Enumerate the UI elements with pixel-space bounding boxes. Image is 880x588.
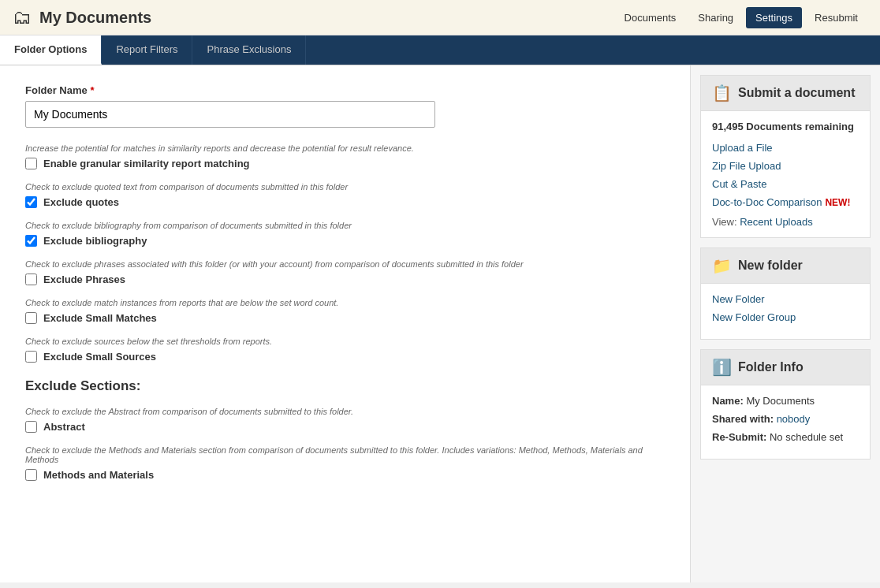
granular-section: Increase the potential for matches in si… bbox=[25, 143, 665, 169]
quotes-checkbox[interactable] bbox=[25, 196, 37, 208]
small-matches-label: Exclude Small Matches bbox=[43, 312, 157, 324]
resubmit-label: Re-Submit: bbox=[712, 431, 766, 443]
folder-name-label: Folder Name * bbox=[25, 84, 665, 96]
folder-info-panel: ℹ️ Folder Info Name: My Documents Shared… bbox=[700, 349, 871, 460]
folder-name-row: Name: My Documents bbox=[712, 395, 859, 407]
recent-uploads-link[interactable]: Recent Uploads bbox=[740, 216, 813, 228]
small-matches-section: Check to exclude match instances from re… bbox=[25, 298, 665, 324]
bibliography-row: Exclude bibliography bbox=[25, 235, 665, 247]
shared-label: Shared with: bbox=[712, 413, 774, 425]
new-folder-link[interactable]: New Folder bbox=[712, 293, 859, 305]
abstract-hint: Check to exclude the Abstract from compa… bbox=[25, 407, 665, 416]
small-matches-hint: Check to exclude match instances from re… bbox=[25, 298, 665, 307]
bibliography-checkbox[interactable] bbox=[25, 235, 37, 247]
quotes-hint: Check to exclude quoted text from compar… bbox=[25, 182, 665, 192]
quotes-label: Exclude quotes bbox=[43, 196, 119, 208]
cut-paste-link[interactable]: Cut & Paste bbox=[712, 178, 859, 190]
nav-resubmit[interactable]: Resubmit bbox=[805, 7, 867, 28]
main-content: Folder Name * Increase the potential for… bbox=[0, 65, 691, 582]
submit-panel: 📋 Submit a document 91,495 Documents rem… bbox=[700, 75, 871, 238]
small-sources-label: Exclude Small Sources bbox=[43, 351, 156, 363]
submit-panel-title: Submit a document bbox=[738, 86, 855, 100]
quotes-row: Exclude quotes bbox=[25, 196, 665, 208]
name-value: My Documents bbox=[746, 395, 815, 407]
upload-file-link[interactable]: Upload a File bbox=[712, 142, 859, 154]
folder-icon: 🗂 bbox=[13, 6, 32, 28]
doc-comparison-row: Doc-to-Doc ComparisonNEW! bbox=[712, 196, 859, 208]
small-sources-row: Exclude Small Sources bbox=[25, 351, 665, 363]
bibliography-label: Exclude bibliography bbox=[43, 235, 147, 247]
tab-phrase-exclusions[interactable]: Phrase Exclusions bbox=[192, 35, 306, 65]
documents-remaining: 91,495 Documents remaining bbox=[712, 121, 859, 132]
bibliography-hint: Check to exclude bibliography from compa… bbox=[25, 221, 665, 230]
shared-value[interactable]: nobody bbox=[777, 413, 811, 425]
nav-documents[interactable]: Documents bbox=[615, 7, 686, 28]
folder-name-group: Folder Name * bbox=[25, 84, 665, 128]
name-label: Name: bbox=[712, 395, 744, 407]
new-folder-panel-title: New folder bbox=[738, 259, 803, 273]
abstract-row: Abstract bbox=[25, 421, 665, 433]
phrases-row: Exclude Phrases bbox=[25, 274, 665, 285]
small-sources-checkbox[interactable] bbox=[25, 351, 37, 363]
tab-report-filters[interactable]: Report Filters bbox=[102, 35, 192, 65]
header-nav: Documents Sharing Settings Resubmit bbox=[615, 7, 867, 28]
small-sources-hint: Check to exclude sources below the set t… bbox=[25, 337, 665, 346]
resubmit-value: No schedule set bbox=[770, 431, 843, 443]
tab-folder-options[interactable]: Folder Options bbox=[0, 35, 102, 65]
page-title: My Documents bbox=[39, 9, 615, 27]
required-indicator: * bbox=[90, 84, 94, 96]
methods-row: Methods and Materials bbox=[25, 469, 665, 481]
folder-info-panel-body: Name: My Documents Shared with: nobody R… bbox=[701, 385, 870, 459]
phrases-label: Exclude Phrases bbox=[43, 274, 125, 285]
resubmit-row: Re-Submit: No schedule set bbox=[712, 431, 859, 443]
shared-with-row: Shared with: nobody bbox=[712, 413, 859, 425]
abstract-label: Abstract bbox=[43, 421, 85, 433]
abstract-checkbox[interactable] bbox=[25, 421, 37, 433]
doc-comparison-link[interactable]: Doc-to-Doc Comparison bbox=[712, 196, 822, 208]
submit-panel-header: 📋 Submit a document bbox=[701, 76, 870, 111]
new-folder-panel-header: 📁 New folder bbox=[701, 248, 870, 284]
granular-label: Enable granular similarity report matchi… bbox=[43, 158, 250, 169]
bibliography-section: Check to exclude bibliography from compa… bbox=[25, 221, 665, 247]
folder-info-panel-header: ℹ️ Folder Info bbox=[701, 350, 870, 385]
granular-row: Enable granular similarity report matchi… bbox=[25, 158, 665, 169]
new-folder-group-link[interactable]: New Folder Group bbox=[712, 311, 859, 323]
phrases-section: Check to exclude phrases associated with… bbox=[25, 259, 665, 285]
view-label: View: bbox=[712, 216, 737, 228]
exclude-sections-title: Exclude Sections: bbox=[25, 378, 665, 394]
small-matches-row: Exclude Small Matches bbox=[25, 312, 665, 324]
methods-hint: Check to exclude the Methods and Materia… bbox=[25, 445, 665, 464]
new-folder-panel-body: New Folder New Folder Group bbox=[701, 284, 870, 339]
small-matches-checkbox[interactable] bbox=[25, 312, 37, 324]
folder-name-input[interactable] bbox=[25, 101, 435, 128]
view-row: View: Recent Uploads bbox=[712, 216, 859, 228]
granular-checkbox[interactable] bbox=[25, 158, 37, 169]
nav-settings[interactable]: Settings bbox=[746, 7, 802, 28]
content-layout: Folder Name * Increase the potential for… bbox=[0, 65, 880, 582]
folder-info-panel-title: Folder Info bbox=[738, 360, 804, 374]
page-header: 🗂 My Documents Documents Sharing Setting… bbox=[0, 0, 880, 35]
sidebar: 📋 Submit a document 91,495 Documents rem… bbox=[691, 65, 880, 582]
methods-section: Check to exclude the Methods and Materia… bbox=[25, 445, 665, 481]
abstract-section: Check to exclude the Abstract from compa… bbox=[25, 407, 665, 433]
phrases-hint: Check to exclude phrases associated with… bbox=[25, 259, 665, 269]
sidebar-wrapper: 📋 Submit a document 91,495 Documents rem… bbox=[691, 65, 880, 478]
methods-label: Methods and Materials bbox=[43, 469, 154, 481]
new-folder-icon: 📁 bbox=[712, 256, 732, 275]
submit-icon: 📋 bbox=[712, 84, 732, 102]
new-badge: NEW! bbox=[825, 197, 850, 208]
zip-upload-link[interactable]: Zip File Upload bbox=[712, 160, 859, 172]
phrases-checkbox[interactable] bbox=[25, 274, 37, 285]
quotes-section: Check to exclude quoted text from compar… bbox=[25, 182, 665, 208]
new-folder-panel: 📁 New folder New Folder New Folder Group bbox=[700, 247, 871, 340]
methods-checkbox[interactable] bbox=[25, 469, 37, 481]
info-icon: ℹ️ bbox=[712, 358, 732, 377]
granular-hint: Increase the potential for matches in si… bbox=[25, 143, 665, 153]
tab-bar: Folder Options Report Filters Phrase Exc… bbox=[0, 35, 880, 65]
submit-panel-body: 91,495 Documents remaining Upload a File… bbox=[701, 111, 870, 237]
small-sources-section: Check to exclude sources below the set t… bbox=[25, 337, 665, 363]
nav-sharing[interactable]: Sharing bbox=[688, 7, 743, 28]
